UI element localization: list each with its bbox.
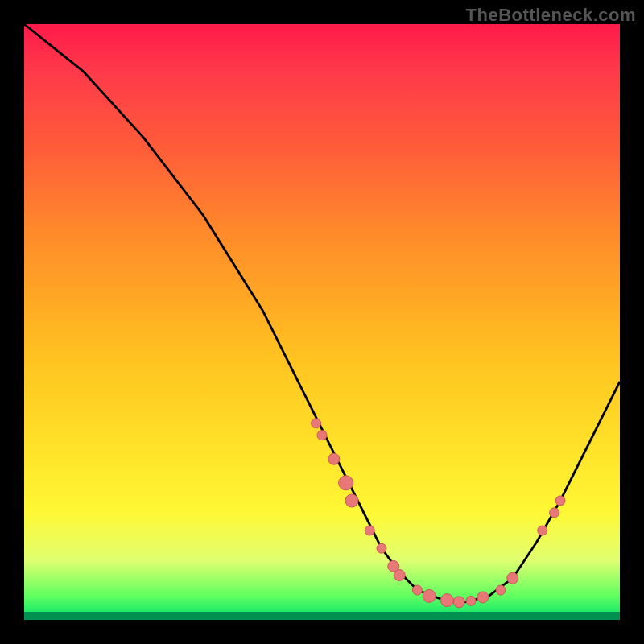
curve-markers [312,419,565,608]
curve-marker [317,431,327,440]
curve-marker [550,508,559,518]
curve-marker [477,592,489,603]
bottleneck-curve [24,24,620,602]
curve-marker [555,496,565,506]
curve-marker [377,543,386,553]
chart-svg [24,24,620,620]
curve-marker [328,453,340,464]
curve-marker [394,570,405,581]
curve-marker [496,585,506,595]
chart-area [24,24,620,620]
attribution-label: TheBottleneck.com [466,5,636,26]
curve-marker [453,597,464,608]
curve-marker [440,594,453,607]
curve-marker [339,476,353,490]
curve-marker [412,585,422,595]
curve-marker [538,526,547,535]
curve-marker [423,589,436,602]
curve-marker [507,572,518,584]
curve-marker [365,526,374,535]
curve-marker [312,419,321,428]
curve-marker [345,494,358,507]
curve-marker [466,596,476,605]
